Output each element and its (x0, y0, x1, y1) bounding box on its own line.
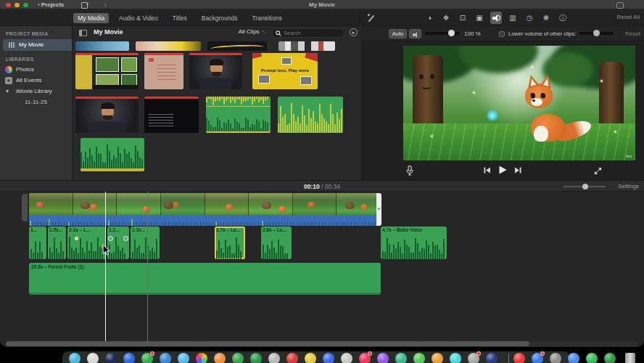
timeline[interactable]: 1...1.5s...2.1s – L...1.2...1.3s...2.7s … (0, 192, 644, 347)
color-balance-icon[interactable]: ◑ (424, 12, 435, 24)
audio-clip-1[interactable]: 1... (29, 227, 46, 259)
sidebar-toggle-icon[interactable] (79, 30, 87, 36)
ducking-slider-knob[interactable] (593, 30, 600, 36)
reset-button[interactable]: Reset (625, 30, 640, 37)
media-thumbnail-strip-sunset[interactable] (136, 41, 201, 51)
dock-app-icon[interactable] (232, 353, 244, 363)
dock-app-icon[interactable] (377, 353, 389, 363)
tab-backgrounds[interactable]: Backgrounds (197, 13, 242, 23)
volume-slider-knob[interactable] (448, 30, 455, 36)
dock-app-icon[interactable] (586, 353, 598, 363)
dock-app-icon[interactable] (196, 353, 207, 363)
info-icon[interactable]: ⓘ (557, 12, 569, 24)
media-thumbnail-document[interactable] (144, 53, 183, 89)
dock-app-icon[interactable] (513, 353, 525, 363)
sidebar-item-photos[interactable]: Photos (0, 64, 72, 75)
background-music-clip[interactable]: 29.5s – Forest Frolic (1) (29, 263, 381, 295)
dock-app-icon[interactable] (268, 353, 280, 363)
media-thumbnail-app-grid[interactable] (75, 53, 139, 89)
dock-app-icon[interactable] (432, 353, 443, 363)
dock-app-icon[interactable] (359, 353, 371, 363)
dock-app-icon[interactable] (305, 353, 316, 363)
tab-titles[interactable]: Titles (168, 13, 191, 23)
sidebar-item-my-movie[interactable]: My Movie (3, 39, 72, 51)
dock-app-icon[interactable] (160, 353, 171, 363)
preview-viewer[interactable]: Veo (403, 46, 635, 160)
audio-clip-2-7s-lu[interactable]: 2.7s – Lu... (215, 227, 245, 259)
volume-icon[interactable] (490, 12, 502, 24)
browser-options-icon[interactable]: ▸ (350, 28, 358, 36)
timeline-zoom-slider[interactable] (564, 186, 606, 187)
audio-clip-2-6s-lu[interactable]: 2.6s – Lu... (261, 227, 292, 259)
dock-app-icon[interactable] (141, 353, 153, 363)
audio-clip-1-3s[interactable]: 1.3s... (131, 227, 160, 259)
video-audio-track[interactable] (29, 215, 381, 226)
media-thumbnail-selfie[interactable] (189, 53, 242, 89)
dock-app-icon[interactable] (486, 353, 498, 363)
dock-app-icon[interactable] (468, 353, 479, 363)
next-icon[interactable] (514, 167, 522, 174)
tab-my-media[interactable]: My Media (73, 13, 109, 23)
dock-app-icon[interactable] (604, 353, 616, 363)
auto-volume-button[interactable]: Auto (389, 29, 407, 38)
clip-trim-handle[interactable] (376, 193, 381, 226)
sidebar-item-imovie-library[interactable]: ▾iMovie Library (0, 86, 72, 97)
volume-keyframe-dot[interactable] (75, 237, 78, 240)
effects-icon[interactable]: ❋ (540, 12, 552, 24)
sidebar-item-11-11-25[interactable]: 11-11-25 (0, 97, 72, 107)
previous-icon[interactable] (483, 167, 491, 174)
dock-app-icon[interactable] (178, 353, 189, 363)
volume-slider[interactable] (425, 32, 460, 35)
media-thumbnail-promo[interactable]: Prompt less, Play more (252, 53, 318, 89)
media-thumbnail-terminal[interactable] (144, 97, 199, 133)
dock-app-icon[interactable] (323, 353, 334, 363)
media-thumbnail-strip-curve[interactable] (207, 41, 267, 51)
media-thumbnail-wave-spikes[interactable] (278, 97, 343, 133)
dock-app-icon[interactable] (105, 353, 117, 363)
audio-clip-2-1s-l[interactable]: 2.1s – L... (67, 227, 106, 259)
fullscreen-icon[interactable] (594, 167, 602, 175)
dock-trash-icon[interactable] (625, 353, 635, 363)
dock-app-icon[interactable] (214, 353, 226, 363)
dock-app-icon[interactable] (395, 353, 407, 363)
media-thumbnail-wave-bottomyellow[interactable] (80, 138, 144, 171)
dock-app-icon[interactable] (450, 353, 461, 363)
fade-handle[interactable] (123, 236, 128, 241)
tab-audio-video[interactable]: Audio & Video (115, 13, 162, 23)
dock-app-icon[interactable] (550, 353, 561, 363)
fade-handle[interactable] (108, 236, 113, 241)
auto-enhance-icon[interactable] (367, 14, 376, 23)
dock-app-icon[interactable] (568, 353, 579, 363)
video-filmstrip-clip[interactable] (29, 193, 381, 215)
clip-filter-dropdown[interactable]: All Clips (239, 28, 266, 35)
color-correction-icon[interactable]: ❖ (440, 12, 452, 24)
timeline-zoom-knob[interactable] (582, 184, 588, 189)
speed-icon[interactable]: ◷ (524, 12, 535, 24)
dock-app-icon[interactable] (286, 353, 298, 363)
media-thumbnail-strip-photos[interactable] (278, 41, 335, 51)
audio-clip-1-5s[interactable]: 1.5s... (48, 227, 66, 259)
crop-icon[interactable]: ⊡ (457, 12, 468, 24)
lower-volume-checkbox[interactable] (499, 31, 505, 37)
noise-reduction-icon[interactable]: ▥ (507, 12, 519, 24)
sidebar-item-all-events[interactable]: ★All Events (0, 75, 72, 86)
dock-app-icon[interactable] (341, 353, 352, 363)
playhead[interactable] (105, 192, 106, 341)
search-input[interactable] (284, 29, 342, 37)
play-icon[interactable] (498, 166, 507, 174)
media-thumbnail-strip-blue[interactable] (75, 41, 129, 51)
mute-button[interactable] (409, 29, 421, 38)
dock-app-icon[interactable] (413, 353, 425, 363)
timeline-settings-button[interactable]: Settings (618, 183, 639, 189)
dock-app-icon[interactable] (123, 353, 135, 363)
stabilization-icon[interactable]: ▣ (474, 12, 485, 24)
media-thumbnail-selfie[interactable] (75, 97, 139, 133)
tab-transitions[interactable]: Transitions (247, 13, 286, 23)
timeline-scrollbar-thumb[interactable] (6, 341, 529, 346)
clip-left-handle[interactable] (22, 194, 28, 221)
dock-app-icon[interactable] (532, 353, 543, 363)
dock-app-icon[interactable] (87, 353, 99, 363)
audio-clip-4-7s-bobo-voice[interactable]: 4.7s – Bobo Voice (381, 227, 447, 259)
dock-app-icon[interactable] (250, 353, 262, 363)
reset-all-button[interactable]: Reset All (616, 14, 640, 20)
